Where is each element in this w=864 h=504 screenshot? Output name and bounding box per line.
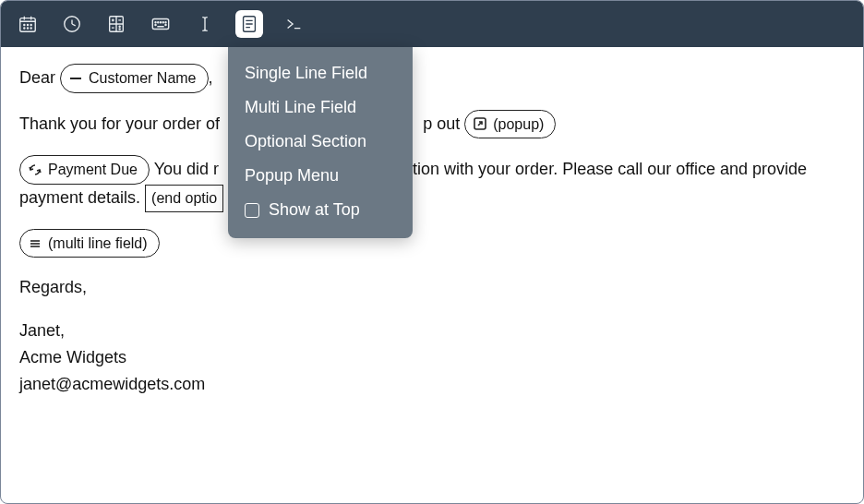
keyboard-icon[interactable]: [147, 10, 174, 38]
optional-section-icon: [28, 162, 42, 177]
field-label: (popup): [493, 113, 544, 137]
menu-show-at-top[interactable]: Show at Top: [228, 193, 413, 227]
svg-point-20: [119, 26, 120, 27]
svg-point-7: [24, 28, 25, 29]
menu-popup-menu[interactable]: Popup Menu: [228, 159, 413, 193]
svg-point-5: [27, 24, 28, 25]
checkbox-icon: [245, 203, 259, 218]
menu-multi-line-field[interactable]: Multi Line Field: [228, 90, 413, 125]
date-picker-icon[interactable]: [14, 10, 42, 38]
calculator-icon[interactable]: [102, 10, 130, 38]
greeting-prefix: Dear: [19, 68, 55, 87]
thanks-before: Thank you for your order of: [19, 114, 220, 132]
multi-line-icon: [28, 236, 42, 251]
text-cursor-icon[interactable]: [191, 10, 219, 38]
popup-field[interactable]: (popup): [464, 110, 556, 139]
field-label: Payment Due: [48, 158, 138, 182]
payment-before: You did r: [154, 160, 219, 178]
svg-point-9: [30, 28, 31, 29]
editor-window: Dear Customer Name , Thank you for your …: [0, 0, 864, 504]
menu-label: Show at Top: [269, 200, 360, 220]
signature-name: Janet,: [19, 318, 845, 344]
menu-label: Multi Line Field: [245, 98, 356, 117]
field-label: Customer Name: [89, 66, 196, 90]
svg-point-8: [27, 28, 28, 29]
form-dropdown-menu: Single Line Field Multi Line Field Optio…: [228, 47, 413, 238]
svg-line-12: [72, 24, 76, 26]
clock-icon[interactable]: [58, 10, 86, 38]
svg-point-28: [155, 24, 156, 25]
menu-single-line-field[interactable]: Single Line Field: [228, 56, 413, 90]
thanks-after: p out: [423, 114, 460, 132]
end-option-marker[interactable]: (end optio: [145, 185, 223, 212]
regards-line: Regards,: [19, 274, 845, 301]
svg-point-4: [24, 24, 25, 25]
editor-content[interactable]: Dear Customer Name , Thank you for your …: [1, 47, 863, 414]
greeting-suffix: ,: [209, 68, 213, 87]
signature-company: Acme Widgets: [19, 344, 845, 371]
menu-label: Optional Section: [245, 132, 366, 151]
svg-point-25: [160, 22, 161, 23]
payment-due-field[interactable]: Payment Due: [19, 155, 150, 185]
menu-label: Single Line Field: [245, 64, 367, 83]
multi-line-field[interactable]: (multi line field): [19, 229, 160, 258]
svg-point-24: [158, 22, 159, 23]
field-label: (multi line field): [48, 232, 148, 256]
single-line-icon: [68, 71, 83, 86]
svg-point-27: [165, 22, 166, 23]
svg-point-26: [162, 22, 163, 23]
popup-icon: [473, 116, 487, 131]
signature-email: janet@acmewidgets.com: [19, 371, 845, 398]
svg-point-23: [155, 22, 156, 23]
form-icon[interactable]: [235, 10, 263, 38]
menu-optional-section[interactable]: Optional Section: [228, 125, 413, 159]
toolbar: [1, 1, 863, 47]
svg-point-6: [30, 24, 31, 25]
svg-point-21: [119, 29, 120, 30]
terminal-icon[interactable]: [280, 10, 307, 38]
menu-label: Popup Menu: [245, 166, 339, 186]
svg-point-29: [165, 24, 166, 25]
customer-name-field[interactable]: Customer Name: [60, 64, 208, 93]
